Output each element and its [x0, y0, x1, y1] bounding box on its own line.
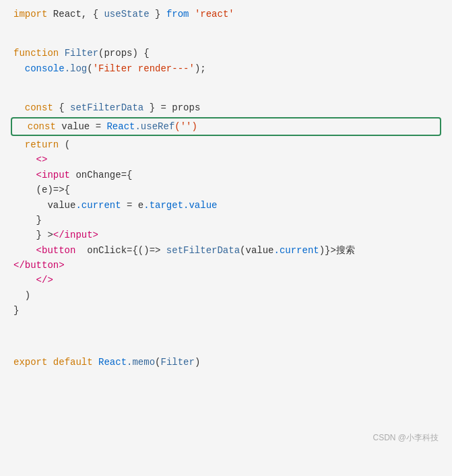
code-line-15: </> — [0, 273, 452, 287]
code-text: = e — [121, 198, 144, 213]
code-text: (e)=>{ — [13, 182, 70, 197]
code-editor: import React, { useState } from 'react' … — [0, 0, 452, 476]
code-text — [93, 355, 98, 370]
code-text: ) — [195, 355, 200, 370]
code-text: ={()=> — [127, 243, 166, 258]
code-line-12: } > </input> — [0, 228, 452, 242]
spacer — [0, 34, 452, 46]
fn-setFilterData: setFilterData — [70, 100, 143, 115]
watermark-text: CSDN @小李科技 — [373, 433, 439, 442]
code-text — [13, 61, 25, 76]
code-text — [16, 119, 28, 134]
obj-console: console — [25, 61, 65, 76]
jsx-fragment-close: </> — [36, 273, 53, 287]
code-line-11: } — [0, 213, 452, 228]
fn-filter: Filter — [65, 46, 98, 61]
prop-current-2: .current — [274, 243, 319, 258]
prop-current: .current — [75, 198, 121, 213]
keyword-return: return — [25, 137, 59, 152]
code-text: ); — [195, 61, 206, 76]
code-text: value = — [56, 119, 107, 134]
code-line-13: <button onClick ={()=> setFilterData (va… — [0, 243, 452, 258]
code-text: } — [13, 303, 19, 318]
keyword-const: const — [25, 100, 53, 115]
code-text: } — [13, 213, 42, 228]
code-text: ( — [59, 137, 70, 152]
code-line-5-highlighted: const value = React .useRef ('') — [12, 118, 440, 135]
code-text — [13, 273, 36, 287]
keyword-function: function — [13, 46, 59, 61]
code-text — [59, 46, 64, 61]
keyword-import: import — [13, 7, 47, 22]
code-text: ={ — [121, 168, 133, 182]
chinese-search: 搜索 — [336, 243, 355, 258]
spacer — [0, 331, 452, 343]
fn-setFilterData-call: setFilterData — [166, 243, 240, 258]
code-text — [13, 168, 36, 182]
code-line-8: <input onChange ={ — [0, 168, 452, 182]
string-filter-render: 'Filter render---' — [93, 61, 195, 76]
spacer — [0, 76, 452, 88]
keyword-const: const — [28, 119, 56, 134]
code-text: } > — [13, 228, 53, 242]
jsx-fragment-open: <> — [36, 152, 48, 167]
prop-value: .value — [183, 198, 217, 213]
jsx-input-open: <input — [36, 168, 70, 182]
jsx-button-open: <button — [36, 243, 76, 258]
fn-useState: useState — [104, 7, 149, 22]
code-text: { — [53, 100, 70, 115]
method-log: .log — [65, 61, 88, 76]
code-text — [13, 137, 25, 152]
code-line-16: ) — [0, 288, 452, 303]
obj-react: React — [106, 119, 135, 134]
code-line-1: import React, { useState } from 'react' — [0, 7, 452, 22]
keyword-export: export — [13, 355, 47, 370]
code-text — [70, 168, 75, 182]
code-text: ( — [155, 355, 160, 370]
code-line-7: <> — [0, 152, 452, 167]
code-line-14: </button> — [0, 258, 452, 273]
code-text: (props) { — [98, 46, 150, 61]
code-line-9: (e)=>{ — [0, 182, 452, 197]
jsx-attr-onclick: onClick — [87, 243, 127, 258]
code-text: } — [150, 7, 166, 22]
code-line-6: return ( — [0, 137, 452, 152]
spacer — [0, 22, 452, 34]
code-line-18: export default React .memo ( Filter ) — [0, 355, 452, 370]
code-text: } = props — [143, 100, 200, 115]
jsx-attr-onchange: onChange — [75, 168, 121, 182]
code-line-4: const { setFilterData } = props — [0, 100, 452, 115]
code-text — [13, 243, 36, 258]
code-text — [13, 152, 36, 167]
obj-react-2: React — [98, 355, 127, 370]
keyword-from: from — [166, 7, 189, 22]
spacer — [0, 88, 452, 100]
code-text — [47, 355, 53, 370]
jsx-input-close: </input> — [53, 228, 98, 242]
code-text — [75, 243, 87, 258]
code-text: React, { — [47, 7, 104, 22]
method-useRef: .useRef — [135, 119, 174, 134]
code-text: )}> — [319, 243, 336, 258]
highlighted-line-block: const value = React .useRef ('') — [11, 117, 441, 136]
code-text: ( — [87, 61, 92, 76]
watermark: CSDN @小李科技 — [373, 432, 439, 444]
method-memo: .memo — [127, 355, 155, 370]
code-text — [13, 100, 25, 115]
string-react: 'react' — [189, 7, 234, 22]
spacer — [0, 318, 452, 331]
prop-target: .target — [143, 198, 183, 213]
code-line-2: function Filter (props) { — [0, 46, 452, 61]
keyword-default: default — [53, 355, 93, 370]
code-line-10: value .current = e .target .value — [0, 198, 452, 213]
jsx-button-close: </button> — [13, 258, 65, 273]
code-line-17: } — [0, 303, 452, 318]
fn-filter-2: Filter — [160, 355, 194, 370]
code-text: value — [13, 198, 75, 213]
code-text: (value — [240, 243, 273, 258]
code-text: ) — [13, 288, 30, 303]
string-useref-arg: ('') — [174, 119, 197, 134]
spacer — [0, 343, 452, 355]
code-line-3: console .log ( 'Filter render---' ); — [0, 61, 452, 76]
